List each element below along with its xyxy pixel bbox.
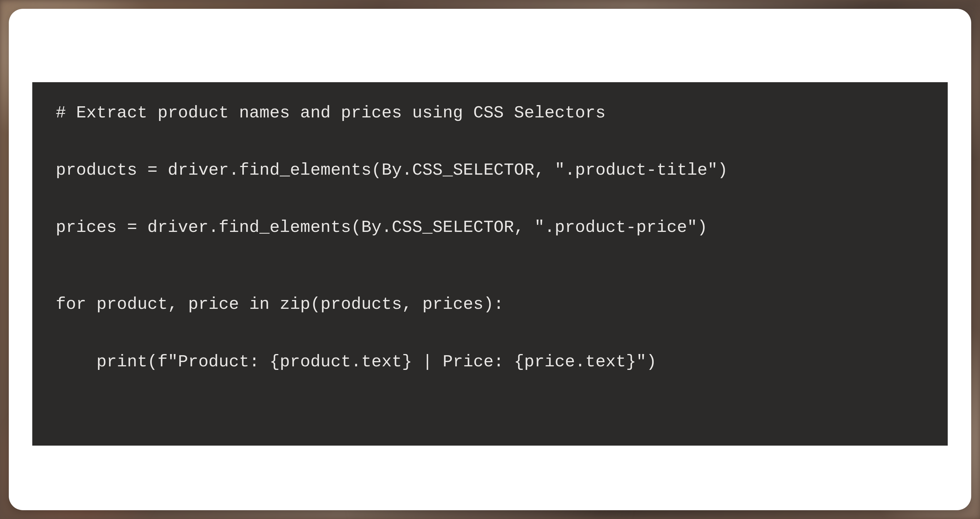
content-card: # Extract product names and prices using… xyxy=(9,9,971,510)
code-line-1: # Extract product names and prices using… xyxy=(56,103,924,123)
code-line-2: products = driver.find_elements(By.CSS_S… xyxy=(56,160,924,180)
code-line-5: print(f"Product: {product.text} | Price:… xyxy=(56,352,924,372)
code-line-4: for product, price in zip(products, pric… xyxy=(56,294,924,315)
code-line-3: prices = driver.find_elements(By.CSS_SEL… xyxy=(56,217,924,238)
code-block: # Extract product names and prices using… xyxy=(32,82,948,446)
blank-line xyxy=(56,274,924,294)
